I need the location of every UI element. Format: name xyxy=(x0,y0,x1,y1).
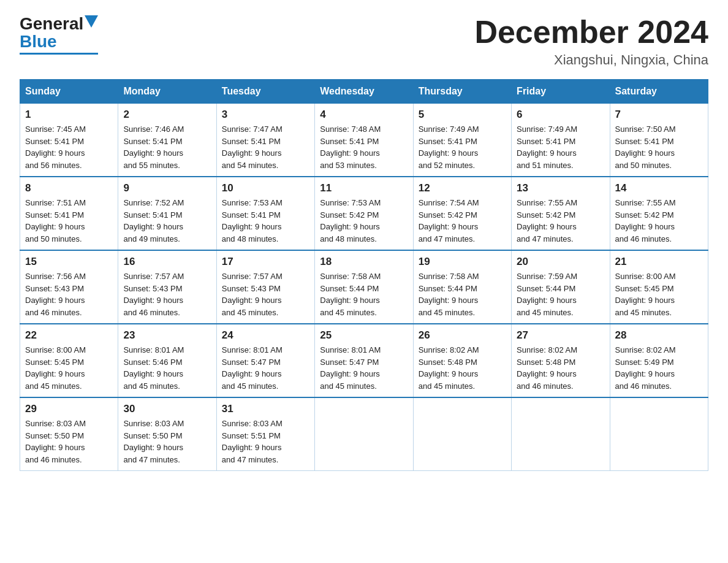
day-cell: 28 Sunrise: 8:02 AM Sunset: 5:49 PM Dayl… xyxy=(610,324,708,397)
day-cell: 1 Sunrise: 7:45 AM Sunset: 5:41 PM Dayli… xyxy=(20,104,118,177)
day-info: Sunrise: 7:49 AM Sunset: 5:41 PM Dayligh… xyxy=(419,123,506,171)
day-number: 26 xyxy=(419,329,506,342)
week-row-2: 8 Sunrise: 7:51 AM Sunset: 5:41 PM Dayli… xyxy=(20,177,708,250)
day-number: 9 xyxy=(123,182,211,194)
day-number: 10 xyxy=(222,182,309,194)
day-cell: 9 Sunrise: 7:52 AM Sunset: 5:41 PM Dayli… xyxy=(118,177,216,250)
logo-triangle-icon xyxy=(85,15,98,28)
day-number: 4 xyxy=(320,109,408,121)
day-info: Sunrise: 7:58 AM Sunset: 5:44 PM Dayligh… xyxy=(419,270,506,318)
day-info: Sunrise: 7:47 AM Sunset: 5:41 PM Dayligh… xyxy=(222,123,309,171)
day-cell: 20 Sunrise: 7:59 AM Sunset: 5:44 PM Dayl… xyxy=(512,250,610,324)
day-cell: 18 Sunrise: 7:58 AM Sunset: 5:44 PM Dayl… xyxy=(315,250,413,324)
day-info: Sunrise: 8:02 AM Sunset: 5:49 PM Dayligh… xyxy=(615,344,703,392)
day-info: Sunrise: 8:03 AM Sunset: 5:51 PM Dayligh… xyxy=(222,418,309,465)
day-info: Sunrise: 8:01 AM Sunset: 5:46 PM Dayligh… xyxy=(123,344,211,392)
day-cell: 5 Sunrise: 7:49 AM Sunset: 5:41 PM Dayli… xyxy=(413,104,511,177)
day-cell: 30 Sunrise: 8:03 AM Sunset: 5:50 PM Dayl… xyxy=(118,397,216,471)
day-info: Sunrise: 8:00 AM Sunset: 5:45 PM Dayligh… xyxy=(25,344,113,392)
day-cell: 25 Sunrise: 8:01 AM Sunset: 5:47 PM Dayl… xyxy=(315,324,413,397)
day-info: Sunrise: 8:01 AM Sunset: 5:47 PM Dayligh… xyxy=(222,344,309,392)
day-info: Sunrise: 7:58 AM Sunset: 5:44 PM Dayligh… xyxy=(320,270,408,318)
day-info: Sunrise: 8:03 AM Sunset: 5:50 PM Dayligh… xyxy=(25,418,113,465)
day-info: Sunrise: 7:53 AM Sunset: 5:42 PM Dayligh… xyxy=(320,197,408,245)
day-number: 22 xyxy=(25,329,113,342)
day-info: Sunrise: 8:02 AM Sunset: 5:48 PM Dayligh… xyxy=(419,344,506,392)
day-number: 17 xyxy=(222,256,309,268)
day-cell: 2 Sunrise: 7:46 AM Sunset: 5:41 PM Dayli… xyxy=(118,104,216,177)
day-info: Sunrise: 7:55 AM Sunset: 5:42 PM Dayligh… xyxy=(615,197,703,245)
day-info: Sunrise: 8:01 AM Sunset: 5:47 PM Dayligh… xyxy=(320,344,408,392)
day-cell: 23 Sunrise: 8:01 AM Sunset: 5:46 PM Dayl… xyxy=(118,324,216,397)
day-cell: 27 Sunrise: 8:02 AM Sunset: 5:48 PM Dayl… xyxy=(512,324,610,397)
day-number: 11 xyxy=(320,182,408,194)
day-number: 7 xyxy=(615,109,703,121)
logo-general: General xyxy=(20,15,83,34)
day-cell: 19 Sunrise: 7:58 AM Sunset: 5:44 PM Dayl… xyxy=(413,250,511,324)
day-info: Sunrise: 7:52 AM Sunset: 5:41 PM Dayligh… xyxy=(123,197,211,245)
day-number: 15 xyxy=(25,256,113,268)
day-number: 31 xyxy=(222,403,309,415)
day-cell xyxy=(512,397,610,471)
header: General Blue December 2024 Xiangshui, Ni… xyxy=(20,15,708,68)
day-cell: 31 Sunrise: 8:03 AM Sunset: 5:51 PM Dayl… xyxy=(216,397,314,471)
day-cell: 21 Sunrise: 8:00 AM Sunset: 5:45 PM Dayl… xyxy=(610,250,708,324)
header-monday: Monday xyxy=(118,80,216,104)
header-saturday: Saturday xyxy=(610,80,708,104)
day-cell: 14 Sunrise: 7:55 AM Sunset: 5:42 PM Dayl… xyxy=(610,177,708,250)
day-cell: 17 Sunrise: 7:57 AM Sunset: 5:43 PM Dayl… xyxy=(216,250,314,324)
day-cell: 24 Sunrise: 8:01 AM Sunset: 5:47 PM Dayl… xyxy=(216,324,314,397)
week-row-5: 29 Sunrise: 8:03 AM Sunset: 5:50 PM Dayl… xyxy=(20,397,708,471)
day-number: 3 xyxy=(222,109,309,121)
day-number: 20 xyxy=(517,256,604,268)
day-number: 21 xyxy=(615,256,703,268)
day-info: Sunrise: 7:46 AM Sunset: 5:41 PM Dayligh… xyxy=(123,123,211,171)
logo-underline xyxy=(20,53,98,55)
day-cell: 16 Sunrise: 7:57 AM Sunset: 5:43 PM Dayl… xyxy=(118,250,216,324)
logo-blue: Blue xyxy=(20,33,57,52)
logo: General Blue xyxy=(20,15,98,55)
day-info: Sunrise: 7:57 AM Sunset: 5:43 PM Dayligh… xyxy=(123,270,211,318)
day-cell: 29 Sunrise: 8:03 AM Sunset: 5:50 PM Dayl… xyxy=(20,397,118,471)
day-cell: 15 Sunrise: 7:56 AM Sunset: 5:43 PM Dayl… xyxy=(20,250,118,324)
day-cell: 13 Sunrise: 7:55 AM Sunset: 5:42 PM Dayl… xyxy=(512,177,610,250)
week-row-3: 15 Sunrise: 7:56 AM Sunset: 5:43 PM Dayl… xyxy=(20,250,708,324)
day-info: Sunrise: 7:54 AM Sunset: 5:42 PM Dayligh… xyxy=(419,197,506,245)
day-cell xyxy=(413,397,511,471)
day-info: Sunrise: 8:02 AM Sunset: 5:48 PM Dayligh… xyxy=(517,344,604,392)
day-info: Sunrise: 7:56 AM Sunset: 5:43 PM Dayligh… xyxy=(25,270,113,318)
day-cell: 10 Sunrise: 7:53 AM Sunset: 5:41 PM Dayl… xyxy=(216,177,314,250)
day-number: 27 xyxy=(517,329,604,342)
day-number: 28 xyxy=(615,329,703,342)
day-cell xyxy=(315,397,413,471)
day-number: 5 xyxy=(419,109,506,121)
day-info: Sunrise: 7:45 AM Sunset: 5:41 PM Dayligh… xyxy=(25,123,113,171)
day-number: 29 xyxy=(25,403,113,415)
day-cell: 12 Sunrise: 7:54 AM Sunset: 5:42 PM Dayl… xyxy=(413,177,511,250)
day-info: Sunrise: 7:57 AM Sunset: 5:43 PM Dayligh… xyxy=(222,270,309,318)
day-number: 23 xyxy=(123,329,211,342)
day-info: Sunrise: 8:03 AM Sunset: 5:50 PM Dayligh… xyxy=(123,418,211,465)
day-cell: 8 Sunrise: 7:51 AM Sunset: 5:41 PM Dayli… xyxy=(20,177,118,250)
day-info: Sunrise: 7:55 AM Sunset: 5:42 PM Dayligh… xyxy=(517,197,604,245)
day-number: 25 xyxy=(320,329,408,342)
title-area: December 2024 Xiangshui, Ningxia, China xyxy=(474,15,708,68)
day-cell: 3 Sunrise: 7:47 AM Sunset: 5:41 PM Dayli… xyxy=(216,104,314,177)
day-cell: 22 Sunrise: 8:00 AM Sunset: 5:45 PM Dayl… xyxy=(20,324,118,397)
day-info: Sunrise: 7:50 AM Sunset: 5:41 PM Dayligh… xyxy=(615,123,703,171)
day-number: 6 xyxy=(517,109,604,121)
day-number: 13 xyxy=(517,182,604,194)
location-title: Xiangshui, Ningxia, China xyxy=(474,52,708,68)
day-number: 2 xyxy=(123,109,211,121)
day-info: Sunrise: 7:53 AM Sunset: 5:41 PM Dayligh… xyxy=(222,197,309,245)
header-thursday: Thursday xyxy=(413,80,511,104)
header-sunday: Sunday xyxy=(20,80,118,104)
day-cell: 6 Sunrise: 7:49 AM Sunset: 5:41 PM Dayli… xyxy=(512,104,610,177)
svg-marker-0 xyxy=(85,15,98,28)
day-number: 8 xyxy=(25,182,113,194)
header-friday: Friday xyxy=(512,80,610,104)
week-row-1: 1 Sunrise: 7:45 AM Sunset: 5:41 PM Dayli… xyxy=(20,104,708,177)
day-info: Sunrise: 7:48 AM Sunset: 5:41 PM Dayligh… xyxy=(320,123,408,171)
day-number: 30 xyxy=(123,403,211,415)
day-info: Sunrise: 7:49 AM Sunset: 5:41 PM Dayligh… xyxy=(517,123,604,171)
